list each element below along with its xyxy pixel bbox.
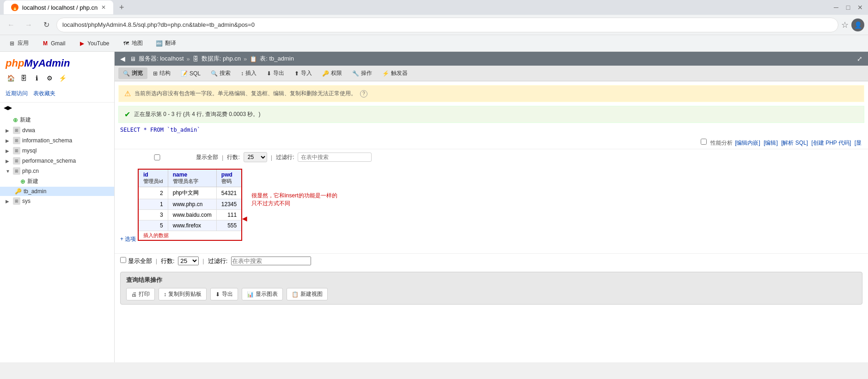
perf-create-php-link[interactable]: [创建 PHP 代码]: [812, 140, 851, 146]
plugin-icon[interactable]: ⚡: [57, 73, 67, 83]
chart-icon: 📊: [247, 291, 254, 298]
col-pwd: pwd 密码: [216, 169, 242, 187]
sidebar-nav-recent[interactable]: 近期访问: [4, 89, 30, 98]
perf-analyze-link[interactable]: [解析 SQL]: [781, 140, 808, 146]
mysql-db-icon: ⊞: [13, 147, 20, 154]
bottom-filter-input[interactable]: [231, 257, 311, 265]
rows-label: 行数: 25 50 100: [227, 152, 267, 162]
info-icon[interactable]: ℹ: [31, 73, 42, 83]
import-icon: ⬆: [294, 70, 299, 77]
bookmark-maps[interactable]: 🗺 地图: [120, 37, 146, 49]
sidebar-collapse-icon[interactable]: ◀▶: [4, 104, 12, 111]
cell-pwd: 555: [216, 220, 242, 231]
sidebar-nav-favorites[interactable]: 表收藏夹: [31, 89, 57, 98]
query-ops-title: 查询结果操作: [126, 276, 856, 284]
minimize-button[interactable]: ─: [832, 3, 840, 12]
content-area: ◀ 🖥 服务器: localhost » 🗄 数据库: php.cn » 📋 表…: [115, 52, 868, 362]
toolbar-export-button[interactable]: ⬇ 导出: [262, 67, 289, 79]
close-button[interactable]: ✕: [856, 3, 864, 12]
show-all-checkbox[interactable]: [120, 154, 194, 160]
print-button[interactable]: 🖨 打印: [126, 288, 155, 300]
address-bar[interactable]: localhost/phpMyAdmin4.8.5/sql.php?db=php…: [56, 18, 838, 32]
bottom-filter-row-label: 过滤行:: [208, 257, 311, 265]
info-schema-expand-icon: ▶: [6, 138, 11, 143]
toolbar-privileges-button[interactable]: 🔑 权限: [318, 67, 347, 79]
bookmark-youtube[interactable]: ▶ YouTube: [75, 38, 112, 49]
back-button[interactable]: ←: [4, 18, 18, 32]
sql-display: SELECT * FROM `tb_admin`: [120, 127, 862, 133]
db-item-information-schema[interactable]: ▶ ⊞ information_schema: [0, 135, 114, 146]
db-new-item[interactable]: ⊕ 新建: [0, 115, 114, 125]
youtube-icon: ▶: [78, 40, 86, 47]
database-icon[interactable]: 🗄: [18, 73, 29, 83]
tab-favicon: 🔥: [11, 4, 18, 11]
forward-button[interactable]: →: [21, 18, 36, 32]
toolbar-sql-button[interactable]: 📝 SQL: [176, 68, 205, 79]
maximize-content-button[interactable]: ⤢: [857, 55, 862, 62]
bookmark-star-button[interactable]: ☆: [841, 20, 849, 30]
toolbar-operations-label: 操作: [361, 69, 372, 77]
bookmark-translate[interactable]: 🔤 翻译: [153, 37, 179, 49]
rows-select[interactable]: 25 50 100: [244, 152, 267, 162]
new-tab-button[interactable]: +: [115, 1, 128, 14]
toolbar-triggers-label: 触发器: [391, 69, 408, 77]
tab-close-button[interactable]: ✕: [101, 4, 106, 11]
bottom-show-all-checkbox[interactable]: [120, 257, 126, 263]
options-link[interactable]: + 选项: [120, 235, 136, 243]
copy-label: 复制到剪贴板: [168, 290, 202, 298]
account-button[interactable]: 👤: [851, 18, 864, 31]
perf-more-link[interactable]: [显: [855, 140, 862, 146]
filter-input[interactable]: [298, 153, 372, 162]
perf-edit-link[interactable]: [编辑]: [764, 140, 778, 146]
refresh-button[interactable]: ↻: [39, 18, 54, 32]
php-cn-label: php.cn: [22, 168, 39, 174]
insert-icon: ↕: [241, 70, 244, 77]
sidebar-toggle-button[interactable]: ◀: [120, 55, 125, 62]
bookmark-apps[interactable]: ⊞ 应用: [6, 37, 31, 49]
db-item-php-cn[interactable]: ▼ ⊞ php.cn: [0, 166, 114, 176]
cell-pwd: 54321: [216, 187, 242, 199]
perf-checkbox[interactable]: [701, 139, 707, 145]
db-item-php-cn-new[interactable]: ⊕ 新建: [0, 176, 114, 187]
bottom-rows-select[interactable]: 25 50 100: [178, 257, 199, 265]
window-controls: ─ □ ✕: [832, 3, 864, 12]
db-item-sys[interactable]: ▶ ⊞ sys: [0, 196, 114, 206]
toolbar-insert-label: 插入: [245, 69, 257, 77]
settings-icon[interactable]: ⚙: [44, 73, 55, 83]
new-view-button[interactable]: 📋 新建视图: [287, 288, 328, 300]
toolbar-triggers-button[interactable]: ⚡ 触发器: [378, 67, 412, 79]
browser-tab[interactable]: 🔥 localhost / localhost / php.cn ✕: [4, 0, 113, 14]
home-icon[interactable]: 🏠: [6, 73, 16, 83]
export-results-button[interactable]: ⬇ 导出: [210, 288, 238, 300]
table-row: 2 php中文网 54321: [138, 187, 242, 199]
toolbar-insert-button[interactable]: ↕ 插入: [236, 67, 261, 79]
cell-id: 5: [138, 220, 168, 231]
sys-label: sys: [22, 198, 31, 204]
new-view-icon: 📋: [292, 291, 299, 298]
toolbar-operations-button[interactable]: 🔧 操作: [348, 67, 377, 79]
perf-edit-inline-link[interactable]: [编辑内嵌]: [735, 140, 760, 146]
toolbar-browse-button[interactable]: 🔍 浏览: [118, 67, 147, 79]
db-item-tb-admin[interactable]: 🔑 tb_admin: [0, 187, 114, 196]
sys-expand-icon: ▶: [6, 199, 11, 204]
bookmark-gmail[interactable]: M Gmail: [39, 38, 68, 49]
toolbar-import-button[interactable]: ⬆ 导入: [290, 67, 317, 79]
operations-icon: 🔧: [352, 70, 359, 77]
breadcrumb-server-icon: 🖥: [130, 55, 136, 62]
cell-name: www.firefox: [168, 220, 216, 231]
db-item-performance-schema[interactable]: ▶ ⊞ performance_schema: [0, 156, 114, 166]
maximize-button[interactable]: □: [844, 3, 852, 12]
db-item-mysql[interactable]: ▶ ⊞ mysql: [0, 146, 114, 156]
address-text: localhost/phpMyAdmin4.8.5/sql.php?db=php…: [62, 21, 832, 28]
db-item-dvwa[interactable]: ▶ ⊞ dvwa: [0, 125, 114, 135]
copy-clipboard-button[interactable]: ↕ 复制到剪贴板: [159, 288, 207, 300]
tb-admin-icon: 🔑: [15, 188, 22, 195]
warning-help-icon[interactable]: ?: [360, 90, 367, 98]
db-tree: ⊕ 新建 ▶ ⊞ dvwa ▶ ⊞ information_schema ▶ ⊞…: [0, 113, 114, 208]
logo-php: php: [6, 57, 24, 69]
print-label: 打印: [139, 290, 150, 298]
toolbar-search-button[interactable]: 🔍 搜索: [206, 67, 235, 79]
show-chart-button[interactable]: 📊 显示图表: [242, 288, 283, 300]
cell-name: php中文网: [168, 187, 216, 199]
toolbar-structure-button[interactable]: ⊞ 结构: [148, 67, 175, 79]
